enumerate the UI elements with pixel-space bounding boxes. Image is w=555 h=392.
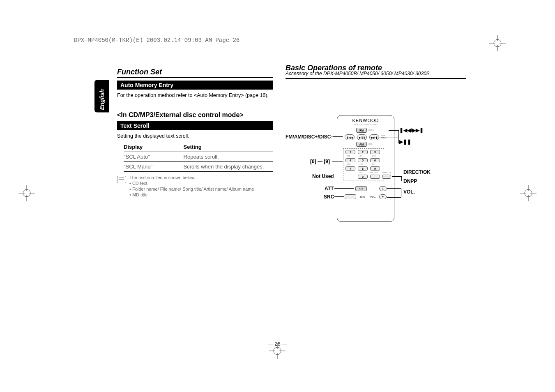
next-track-button: ▶▶❚ [369, 134, 379, 140]
page-number: — 26 — [0, 341, 555, 347]
vol-label: VOL. [370, 196, 376, 198]
section-title-function-set: Function Set [117, 68, 273, 78]
heading-auto-memory: Auto Memory Entry [117, 81, 273, 90]
settings-table: Display Setting "SCL Auto" Repeats scrol… [124, 142, 273, 172]
subheading-cd-mode: <In CD/MP3/External disc control mode> [117, 111, 273, 119]
play-pause-button: ▶❚❚ [357, 134, 367, 140]
heading-text-scroll: Text Scroll [117, 121, 273, 130]
num-6-button: 6 [370, 158, 380, 162]
fm-button: FM [356, 128, 367, 133]
disc-minus-label: DISC − [368, 143, 374, 145]
num-9-button: 9 [370, 166, 380, 171]
remote-sub-label: REMOTE CONTROL UNIT [337, 123, 394, 125]
section-subtitle-remote: Accessory of the DPX-MP4050B/ MP4050/ 30… [286, 71, 466, 76]
table-header-display: Display [124, 142, 184, 152]
table-cell: "SCL Manu" [124, 161, 184, 171]
crop-mark-icon [489, 35, 506, 51]
disc-plus-label: DISC + [368, 129, 374, 131]
num-4-button: 4 [345, 158, 355, 162]
table-row: "SCL Auto" Repeats scroll. [124, 152, 273, 161]
label-not-used: Not Used [312, 173, 334, 179]
body-text-scroll: Setting the displayed text scroll. [117, 133, 273, 140]
src-label: SRC [360, 196, 365, 198]
dnpp-button [370, 175, 380, 179]
am-button: AM [356, 142, 367, 147]
table-cell: Scrolls when the display changes. [184, 161, 273, 171]
remote-brand-label: KENWOOD [337, 118, 394, 123]
tune-label: TUNE [381, 134, 385, 136]
label-play-symbol: ▶❚❚ [399, 139, 411, 145]
label-src: SRC [324, 194, 334, 200]
num-2-button: 2 [358, 150, 368, 154]
body-auto-memory: For the operation method refer to <Auto … [117, 92, 273, 99]
num-8-button: 8 [358, 166, 368, 171]
num-3-button: 3 [370, 150, 380, 154]
table-header-setting: Setting [184, 142, 273, 152]
num-5-button: 5 [358, 158, 368, 162]
remote-diagram: KENWOOD REMOTE CONTROL UNIT FM DISC + ❚◀… [288, 115, 464, 230]
src-button [345, 194, 356, 199]
label-tune-symbols: ❚◀◀/▶▶❚ [399, 127, 424, 133]
language-tab: English [94, 80, 109, 113]
att-button: ATT [355, 186, 367, 191]
label-dnpp: DNPP [403, 178, 417, 184]
table-row: "SCL Manu" Scrolls when the display chan… [124, 161, 273, 171]
label-direct: DIRECT/OK [403, 169, 431, 175]
vol-down-button: ▼ [379, 194, 387, 199]
label-fm-am-disc: FM/AM/DISC+/DISC− [286, 134, 334, 140]
num-1-button: 1 [345, 150, 355, 154]
table-cell: Repeats scroll. [184, 152, 273, 161]
label-num-keys: [0] — [9] [310, 159, 330, 164]
vol-up-button: ▲ [379, 186, 387, 191]
note-text: The text scrolled is shown below. • CD t… [129, 175, 254, 198]
label-att: ATT [325, 186, 334, 191]
label-vol: VOL. [403, 189, 415, 195]
num-0-button: 0 [358, 175, 368, 179]
print-header: DPX-MP4050(M-TKR)(E) 2003.02.14 09:03 AM… [74, 37, 240, 44]
note-icon [117, 176, 126, 183]
crop-mark-icon [18, 185, 35, 201]
num-7-button: 7 [345, 166, 355, 171]
table-cell: "SCL Auto" [124, 152, 184, 161]
crop-mark-icon [520, 185, 537, 201]
prev-track-button: ❚◀◀ [345, 134, 355, 140]
